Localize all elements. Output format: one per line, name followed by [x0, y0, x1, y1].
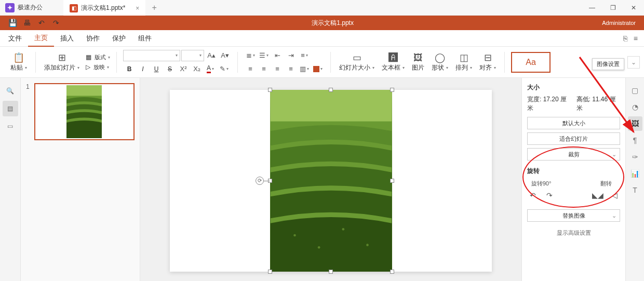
increase-font-button[interactable]: A▴: [205, 50, 218, 61]
tea-field-image: [270, 90, 392, 272]
thumbnails-icon[interactable]: ▤: [3, 101, 18, 116]
shape-button[interactable]: ◯ 形状▾: [430, 51, 450, 73]
layout-button[interactable]: ▦ 版式▾: [86, 53, 110, 61]
menu-plugin[interactable]: 组件: [132, 31, 158, 46]
default-size-button[interactable]: 默认大小: [527, 117, 620, 129]
comments-icon[interactable]: ▭: [3, 118, 18, 134]
undo-icon[interactable]: ↶: [34, 17, 49, 29]
flip-vertical-button[interactable]: ◁: [609, 190, 620, 201]
superscript-button[interactable]: X²: [177, 63, 190, 75]
align-right-button[interactable]: ≡: [271, 63, 284, 75]
search-icon[interactable]: 🔍: [3, 83, 18, 99]
right-toolbar: ▢ ◔ 🖼 ¶ ✑ 📊 T 图像设置: [625, 78, 644, 281]
shape-settings-icon[interactable]: ◔: [628, 100, 642, 114]
slide-size-button[interactable]: ▭ 幻灯片大小▾: [337, 51, 377, 73]
menu-protect[interactable]: 保护: [106, 31, 132, 46]
decrease-font-button[interactable]: A▾: [219, 50, 231, 61]
font-family-select[interactable]: ▾: [123, 50, 180, 61]
table-settings-icon[interactable]: T: [628, 183, 642, 197]
align-justify-button[interactable]: ≡: [285, 63, 297, 75]
indent-dec-button[interactable]: ⇤: [271, 50, 284, 61]
add-slide-button[interactable]: ⊞ 添加幻灯片▾: [42, 51, 82, 73]
maximize-button[interactable]: ❐: [602, 0, 623, 16]
resize-handle-b[interactable]: [329, 270, 333, 274]
svg-point-7: [366, 244, 369, 246]
app-name: 极速办公: [18, 3, 43, 12]
menu-file[interactable]: 文件: [2, 31, 28, 46]
subscript-button[interactable]: X₂: [191, 63, 203, 75]
chart-settings-icon[interactable]: 📊: [628, 166, 642, 181]
document-tab[interactable]: ◧ 演示文稿1.pptx* ×: [63, 0, 145, 16]
bold-button[interactable]: B: [123, 63, 136, 75]
indent-inc-button[interactable]: ⇥: [285, 50, 297, 61]
slide-thumbnail-1[interactable]: [34, 83, 135, 140]
image-settings-icon[interactable]: 🖼: [628, 116, 642, 131]
align-icon: ⊟: [484, 52, 492, 63]
textbox-button[interactable]: 🅰 文本框▾: [380, 51, 407, 73]
fill-color-button[interactable]: ▾: [312, 63, 324, 75]
show-advanced-link[interactable]: 显示高级设置: [527, 229, 620, 237]
paragraph-settings-icon[interactable]: ¶: [628, 133, 642, 148]
close-window-button[interactable]: ✕: [623, 0, 644, 16]
user-name[interactable]: Administrator: [602, 20, 636, 26]
align-left-button[interactable]: ≡: [244, 63, 257, 75]
slide-settings-icon[interactable]: ▢: [628, 83, 642, 98]
minimize-button[interactable]: —: [582, 0, 602, 16]
window-title: 演示文稿1.pptx: [63, 19, 602, 28]
print-icon[interactable]: 🖶: [20, 17, 34, 29]
line-spacing-button[interactable]: ≡▾: [298, 50, 311, 61]
save-icon[interactable]: 💾: [5, 17, 20, 29]
rotate-section-title: 旋转: [527, 167, 620, 176]
resize-handle-t[interactable]: [329, 88, 333, 92]
open-file-icon[interactable]: ⎘: [623, 34, 627, 43]
menu-collab[interactable]: 协作: [80, 31, 106, 46]
ribbon-expand-button[interactable]: ⌄: [627, 56, 640, 69]
menu-more-icon[interactable]: ≡: [634, 34, 638, 43]
play-button[interactable]: ▷ 放映▾: [86, 63, 110, 71]
italic-button[interactable]: I: [137, 63, 149, 75]
numbering-button[interactable]: ☰▾: [258, 50, 270, 61]
slide: ⟳: [170, 90, 492, 272]
bullets-button[interactable]: ≣▾: [244, 50, 257, 61]
strike-button[interactable]: S: [164, 63, 176, 75]
align-center-button[interactable]: ≡: [258, 63, 270, 75]
resize-handle-tr[interactable]: [390, 88, 394, 92]
text-art-icon[interactable]: ✑: [628, 150, 642, 164]
menu-home[interactable]: 主页: [28, 30, 54, 47]
add-tab-button[interactable]: +: [145, 3, 163, 12]
menu-insert[interactable]: 插入: [54, 31, 80, 46]
slide-canvas[interactable]: ⟳: [140, 78, 521, 281]
resize-handle-br[interactable]: [390, 270, 394, 274]
paste-button[interactable]: 📋 粘贴▾: [8, 51, 29, 73]
resize-handle-r[interactable]: [390, 179, 394, 183]
svg-rect-3: [270, 90, 391, 122]
resize-handle-tl[interactable]: [268, 88, 272, 92]
selected-image[interactable]: ⟳: [270, 90, 392, 272]
font-color-button[interactable]: A▾: [204, 63, 217, 75]
font-size-select[interactable]: ▾: [181, 50, 204, 61]
arrange-button[interactable]: ◫ 排列▾: [453, 51, 474, 73]
picture-button[interactable]: 🖼 图片: [410, 51, 426, 73]
resize-handle-bl[interactable]: [268, 270, 272, 274]
thumbnails-panel: 1: [21, 78, 140, 281]
redo-icon[interactable]: ↷: [49, 17, 63, 29]
crop-button[interactable]: 裁剪: [527, 148, 620, 160]
fit-slide-button[interactable]: 适合幻灯片: [527, 132, 620, 145]
align-button[interactable]: ⊟ 对齐▾: [477, 51, 498, 73]
underline-button[interactable]: U: [150, 63, 163, 75]
svg-point-6: [342, 228, 344, 231]
svg-point-4: [293, 234, 296, 236]
rotate-left-button[interactable]: ↶: [527, 190, 539, 201]
play-icon: ▷: [86, 63, 90, 71]
flip-horizontal-button[interactable]: ◣◢: [592, 190, 603, 201]
app-logo-icon: ✦: [5, 3, 15, 12]
replace-image-button[interactable]: 替换图像: [527, 209, 620, 222]
columns-button[interactable]: ▥▾: [298, 63, 311, 75]
thumb-number: 1: [26, 83, 31, 140]
theme-box[interactable]: Aa: [511, 52, 551, 73]
layout-icon: ▦: [86, 53, 91, 61]
close-tab-icon[interactable]: ×: [136, 5, 139, 12]
rotate-right-button[interactable]: ↷: [544, 190, 555, 201]
highlight-button[interactable]: ✎▾: [218, 63, 230, 75]
rotate-handle[interactable]: ⟳: [256, 177, 264, 185]
